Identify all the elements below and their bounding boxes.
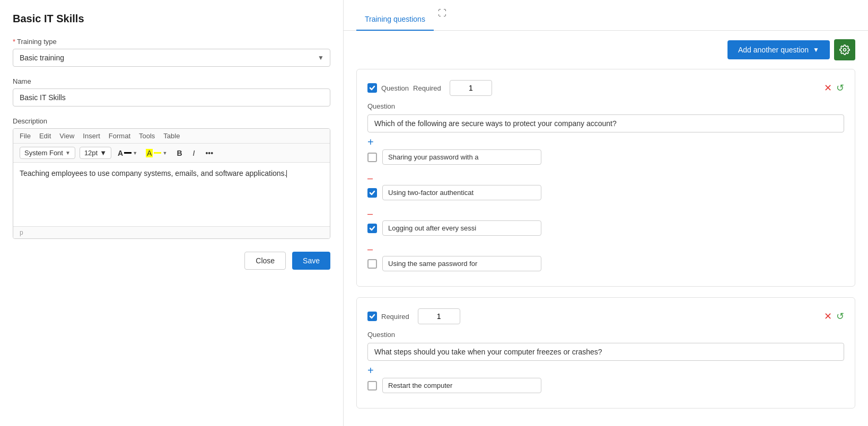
menu-table[interactable]: Table	[163, 132, 180, 140]
question-card-1: Question Required ✕ ↺ Question +	[356, 69, 855, 287]
settings-button[interactable]	[834, 39, 855, 60]
question-1-header: Question Required ✕ ↺	[367, 80, 844, 96]
option-input-1-3[interactable]	[382, 220, 541, 236]
highlight-icon: A	[146, 149, 153, 157]
training-type-select-wrapper: Basic training ▼	[13, 49, 330, 67]
text-color-icon: A	[118, 149, 123, 157]
tab-bar: Training questions ⛶	[356, 8, 446, 30]
cursor	[286, 170, 287, 178]
question-1-number[interactable]	[450, 80, 492, 96]
more-options-button[interactable]: •••	[202, 147, 216, 159]
required-row-2: Required	[367, 312, 409, 321]
menu-format[interactable]: Format	[109, 132, 130, 140]
option-checkbox-1-2[interactable]	[367, 188, 377, 198]
font-chevron-icon: ▼	[65, 150, 71, 156]
bold-button[interactable]: B	[173, 147, 185, 159]
menu-tools[interactable]: Tools	[139, 132, 155, 140]
question-2-number[interactable]	[418, 308, 460, 324]
menu-edit[interactable]: Edit	[39, 132, 51, 140]
text-color-button[interactable]: A ▼	[116, 147, 139, 159]
required-checkbox-1[interactable]	[367, 83, 377, 93]
right-toolbar: Add another question ▼	[344, 31, 868, 69]
option-checkbox-1-3[interactable]	[367, 224, 377, 233]
highlight-bar	[154, 152, 161, 154]
option-row-1-3	[367, 220, 844, 236]
font-family-select[interactable]: System Font ▼	[20, 147, 75, 159]
question-2-actions: ✕ ↺	[824, 310, 844, 322]
option-checkbox-1-4[interactable]	[367, 259, 377, 269]
required-text-1: Required	[413, 84, 441, 92]
editor-body[interactable]: Teaching employees to use company system…	[13, 163, 330, 226]
remove-option-1-2-btn[interactable]: –	[367, 209, 373, 218]
name-label: Name	[13, 77, 330, 85]
required-label-1: Question	[381, 84, 409, 92]
add-option-2-btn[interactable]: +	[367, 365, 374, 376]
remove-option-1-1-btn[interactable]: –	[367, 173, 373, 183]
editor-toolbar: System Font ▼ 12pt ▼ A ▼ A ▼ B	[13, 144, 330, 163]
question-2-input[interactable]	[367, 343, 844, 361]
question-1-options: + – –	[367, 132, 844, 271]
questions-area: Question Required ✕ ↺ Question +	[344, 69, 868, 426]
question-1-input[interactable]	[367, 114, 844, 132]
required-row-1: Question	[367, 83, 409, 93]
refresh-question-2-icon[interactable]: ↺	[836, 310, 844, 322]
form-actions: Close Save	[13, 252, 330, 270]
training-type-label: *Training type	[13, 38, 330, 46]
menu-insert[interactable]: Insert	[83, 132, 100, 140]
required-text-2: Required	[381, 313, 409, 321]
page-title: Basic IT Skills	[13, 13, 330, 25]
description-field: Description File Edit View Insert Format…	[13, 117, 330, 239]
question-2-label: Question	[367, 331, 844, 339]
option-input-1-4[interactable]	[382, 256, 541, 271]
right-header: Training questions ⛶	[344, 0, 868, 31]
name-field: Name	[13, 77, 330, 106]
right-panel: Training questions ⛶ Add another questio…	[344, 0, 868, 426]
font-size-select[interactable]: 12pt ▼	[80, 147, 111, 159]
text-color-chevron-icon: ▼	[133, 150, 137, 156]
expand-icon[interactable]: ⛶	[438, 8, 446, 30]
option-input-1-2[interactable]	[382, 185, 541, 200]
delete-question-1-icon[interactable]: ✕	[824, 82, 832, 94]
tab-training-questions[interactable]: Training questions	[356, 8, 434, 31]
add-option-1-btn[interactable]: +	[367, 137, 374, 147]
required-checkbox-2[interactable]	[367, 312, 377, 321]
editor-footer: p	[13, 226, 330, 238]
name-input[interactable]	[13, 88, 330, 106]
option-checkbox-2-1[interactable]	[367, 381, 377, 390]
highlight-chevron-icon: ▼	[162, 150, 167, 156]
size-chevron-icon: ▼	[100, 149, 107, 157]
option-row-1-1	[367, 149, 844, 165]
training-type-select[interactable]: Basic training	[13, 49, 330, 67]
option-checkbox-1-1[interactable]	[367, 153, 377, 162]
option-row-1-4	[367, 256, 844, 271]
remove-option-1-3-btn[interactable]: –	[367, 244, 373, 254]
training-type-field: *Training type Basic training ▼	[13, 38, 330, 67]
refresh-question-1-icon[interactable]: ↺	[836, 82, 844, 94]
left-panel: Basic IT Skills *Training type Basic tra…	[0, 0, 344, 426]
italic-button[interactable]: I	[190, 147, 198, 159]
dropdown-arrow-icon: ▼	[813, 46, 819, 54]
required-star: *	[13, 38, 15, 46]
question-1-label: Question	[367, 102, 844, 110]
option-input-2-1[interactable]	[382, 378, 541, 393]
add-another-question-button[interactable]: Add another question ▼	[727, 40, 830, 59]
question-card-2: Required ✕ ↺ Question +	[356, 297, 855, 409]
editor-container: File Edit View Insert Format Tools Table…	[13, 128, 330, 239]
option-input-1-1[interactable]	[382, 149, 541, 165]
question-2-options: +	[367, 361, 844, 393]
question-2-header: Required ✕ ↺	[367, 308, 844, 324]
option-row-2-1	[367, 378, 844, 393]
menu-view[interactable]: View	[59, 132, 74, 140]
option-row-1-2	[367, 185, 844, 200]
menu-file[interactable]: File	[20, 132, 31, 140]
question-1-actions: ✕ ↺	[824, 82, 844, 94]
description-label: Description	[13, 117, 330, 125]
svg-point-0	[844, 49, 846, 51]
highlight-color-button[interactable]: A ▼	[144, 147, 169, 159]
delete-question-2-icon[interactable]: ✕	[824, 310, 832, 322]
editor-menu-bar: File Edit View Insert Format Tools Table	[13, 129, 330, 144]
text-color-bar	[124, 152, 131, 154]
save-button[interactable]: Save	[292, 252, 330, 270]
close-button[interactable]: Close	[244, 252, 286, 270]
